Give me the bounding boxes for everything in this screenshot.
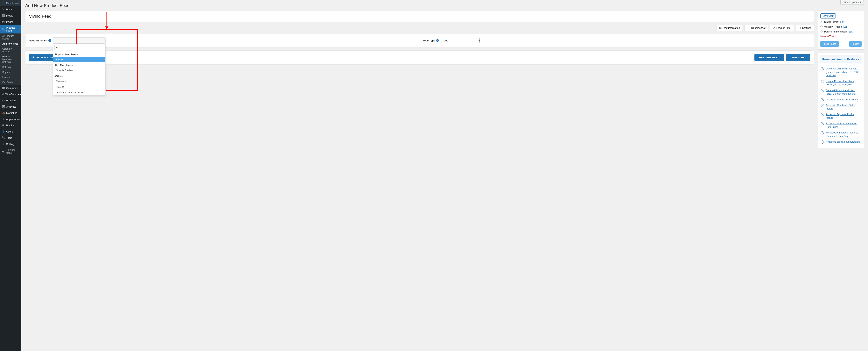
eye-icon: [820, 25, 823, 28]
submenu-item-support[interactable]: Support: [0, 70, 21, 75]
merchant-option-trovino[interactable]: Trovino: [53, 84, 105, 90]
premium-feature-link[interactable]: Unique Product Identifiers (Brand, GTIN,…: [826, 80, 861, 87]
check-icon: ✓: [821, 141, 824, 144]
premium-feature-item: ✓Access to Product Rule feature: [819, 97, 862, 103]
premium-feature-link[interactable]: Fix WooCommerce's (Json-Ld) Structured D…: [826, 131, 861, 138]
product-filter-button[interactable]: Product Filter: [770, 25, 794, 31]
sidebar-item-analytics[interactable]: 📊Analytics: [0, 104, 21, 110]
edit-status-link[interactable]: Edit: [840, 21, 844, 23]
publish-button[interactable]: PUBLISH: [786, 54, 810, 61]
merchant-option-cercavino[interactable]: Cercavino: [53, 79, 105, 84]
users-icon: 👤: [2, 130, 5, 133]
merchant-dropdown: Popular MerchantsVivinoPro MerchantsGoog…: [53, 43, 105, 95]
svg-point-9: [822, 26, 822, 27]
sidebar-item-appearance[interactable]: ✦Appearance: [0, 116, 21, 122]
sidebar-item-product-feed[interactable]: 🛒Product Feed: [0, 25, 21, 33]
merchant-group-label: Pro Merchants: [53, 62, 105, 67]
merchant-option-vivino[interactable]: Vivino: [53, 57, 105, 62]
merchant-option-google-review[interactable]: Google Review: [53, 67, 105, 73]
submenu-item-license[interactable]: License: [0, 75, 21, 80]
svg-rect-10: [821, 31, 823, 32]
check-icon: ✓: [821, 89, 824, 92]
help-icon[interactable]: ?: [49, 39, 51, 42]
sidebar-item-settings[interactable]: ⚙Settings: [0, 141, 21, 147]
screen-options-toggle[interactable]: Screen Options ▼: [840, 0, 864, 4]
documentation-button[interactable]: Documentation: [716, 25, 742, 31]
submenu-item-settings[interactable]: Settings: [0, 65, 21, 70]
svg-marker-5: [773, 27, 775, 29]
status-value: Draft: [833, 21, 838, 23]
premium-feature-item: ✓Detailed Product Attributes (Size, Gend…: [819, 88, 862, 97]
sidebar-item-label: Pages: [6, 21, 13, 23]
submenu-item-get-started[interactable]: Get Started: [0, 80, 21, 85]
admin-sidebar: ⌂Dashboard✎Posts🖾Media▤Pages🛒Product Fee…: [0, 0, 21, 351]
feed-title[interactable]: Vivino Feed: [29, 14, 810, 19]
settings-icon: ⚙: [2, 142, 5, 146]
merchant-search-input[interactable]: [55, 45, 104, 50]
submenu-item-add-new-feed[interactable]: Add New Feed: [0, 41, 21, 46]
product-feed-submenu: All Product FeedsAdd New FeedCategory Ma…: [0, 33, 21, 85]
move-to-trash-link[interactable]: Move to Trash: [820, 35, 835, 38]
sidebar-item-dashboard[interactable]: ⌂Dashboard: [0, 0, 21, 6]
product-feed-icon: 🛒: [2, 27, 5, 31]
submenu-item-google-merchant-settings[interactable]: Google Merchant Settings: [0, 54, 21, 65]
edit-publish-time-link[interactable]: Edit: [848, 30, 852, 33]
feed-type-select[interactable]: XML: [441, 38, 480, 43]
edit-visibility-link[interactable]: Edit: [843, 26, 847, 28]
visibility-value: Public: [835, 26, 842, 28]
products-icon: ▭: [2, 99, 5, 102]
premium-feature-item: ✓Exclude Tax From Structured Data Prices: [819, 121, 862, 130]
sidebar-item-products[interactable]: ▭Products: [0, 97, 21, 104]
sidebar-item-marketing[interactable]: 📣Marketing: [0, 110, 21, 116]
premium-feature-link[interactable]: Access to an elite support team.: [826, 140, 860, 144]
sidebar-item-media[interactable]: 🖾Media: [0, 12, 21, 19]
publish-time-value: immediately: [833, 30, 847, 33]
media-icon: 🖾: [2, 14, 5, 17]
sidebar-item-label: Settings: [6, 143, 16, 146]
sidebar-item-tools[interactable]: 🔧Tools: [0, 135, 21, 141]
publish-time-label: Publish: [824, 30, 832, 33]
help-icon[interactable]: ?: [436, 39, 439, 42]
check-icon: ✓: [821, 80, 824, 83]
premium-feature-link[interactable]: Access to Product Rule feature: [826, 98, 859, 101]
submenu-item-category-mapping[interactable]: Category Mapping: [0, 46, 21, 54]
sidebar-item-collapse-menu[interactable]: ◀Collapse menu: [0, 147, 21, 156]
premium-feature-link[interactable]: Access to Dynamic Pricing feature: [826, 113, 861, 120]
collapse-menu-icon: ◀: [2, 150, 4, 153]
sidebar-item-posts[interactable]: ✎Posts: [0, 6, 21, 12]
sidebar-item-users[interactable]: 👤Users: [0, 128, 21, 135]
save-draft-button[interactable]: Save Draft: [820, 13, 836, 19]
sidebar-item-label: Users: [6, 130, 13, 133]
sidebar-item-comments[interactable]: 💬Comments: [0, 85, 21, 91]
submenu-item-all-product-feeds[interactable]: All Product Feeds: [0, 33, 21, 41]
preview-feed-button[interactable]: PREVIEW FEED: [754, 54, 784, 61]
premium-feature-item: ✓Unique Product Identifiers (Brand, GTIN…: [819, 79, 862, 88]
sidebar-item-label: Product Feed: [6, 26, 20, 32]
sidebar-item-label: Collapse menu: [6, 148, 20, 154]
toolbar: Documentation Troubleshoot Product Filte…: [25, 25, 814, 31]
sidebar-item-woocommerce[interactable]: ⓦWooCommerce: [0, 91, 21, 97]
publish-side-button[interactable]: Publish: [849, 41, 862, 47]
sidebar-item-label: Posts: [6, 8, 13, 11]
alert-icon: [747, 27, 750, 29]
premium-feature-item: ✓Access to Dynamic Pricing feature: [819, 112, 862, 121]
dashboard-icon: ⌂: [2, 1, 5, 5]
purge-cache-button[interactable]: Purge Cache: [820, 41, 839, 47]
check-icon: ✓: [821, 122, 824, 125]
feed-actions-card: + Add New Attribute PREVIEW FEED PUBLISH: [25, 50, 814, 64]
premium-feature-link[interactable]: Access to Combined Fields feature: [826, 104, 861, 111]
sidebar-item-plugins[interactable]: ⊞Plugins: [0, 122, 21, 128]
merchant-group-label: Popular Merchants: [53, 51, 105, 57]
troubleshoot-button[interactable]: Troubleshoot: [744, 25, 768, 31]
page-title: Add New Product Feed: [25, 3, 864, 8]
settings-button[interactable]: Settings: [796, 25, 814, 31]
premium-feature-link[interactable]: Detailed Product Attributes (Size, Gende…: [826, 89, 861, 96]
merchant-option-uvinum-drinsksandco[interactable]: Uvinum / DrinsksAndCo: [53, 90, 105, 95]
feed-type-label: Feed Type ?: [423, 39, 439, 42]
product-filter-label: Product Filter: [776, 26, 792, 29]
sidebar-item-pages[interactable]: ▤Pages: [0, 19, 21, 25]
check-icon: ✓: [821, 104, 824, 107]
premium-feature-link[interactable]: Exclude Tax From Structured Data Prices: [826, 122, 861, 129]
premium-feature-link[interactable]: Generate Unlimited Products (Free versio…: [826, 67, 861, 78]
feed-merchant-select[interactable]: Popular MerchantsVivinoPro MerchantsGoog…: [53, 37, 105, 43]
